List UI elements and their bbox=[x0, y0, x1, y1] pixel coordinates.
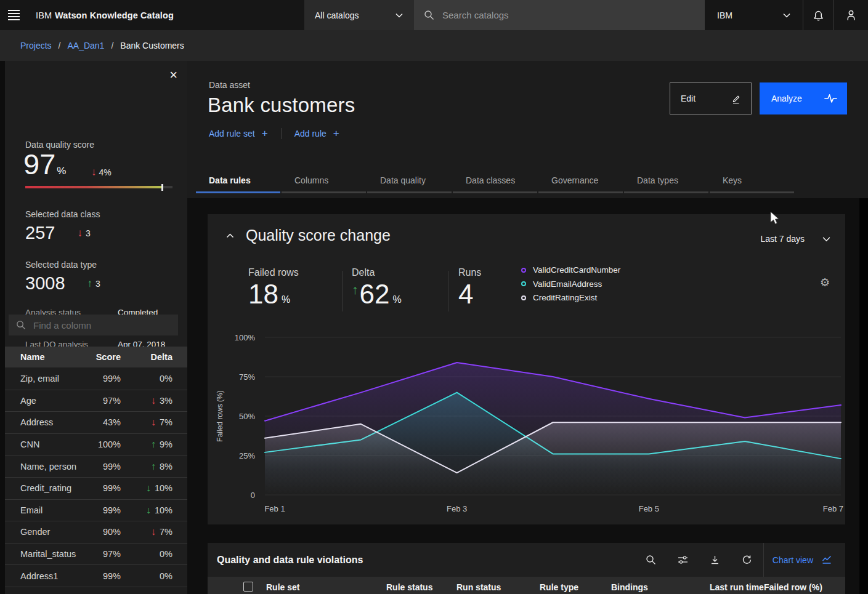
filter-icon bbox=[678, 555, 688, 565]
search-button[interactable] bbox=[635, 543, 667, 577]
column-row[interactable]: Email99%↓10% bbox=[5, 499, 187, 521]
pencil-icon bbox=[731, 94, 741, 104]
column-delta: ↓10% bbox=[121, 505, 172, 515]
column-score: 99% bbox=[78, 374, 121, 383]
column-search-input[interactable]: Find a colomn bbox=[9, 315, 178, 335]
catalog-selector[interactable]: All catalogs bbox=[304, 0, 414, 30]
tab-columns[interactable]: Columns bbox=[282, 171, 367, 193]
legend-item[interactable]: CreditRatingExist bbox=[521, 293, 620, 302]
mouse-cursor bbox=[770, 212, 780, 225]
column-row[interactable]: Age97%↓3% bbox=[5, 390, 187, 412]
svg-text:75%: 75% bbox=[239, 372, 255, 382]
column-row[interactable]: Name, person99%↑8% bbox=[5, 455, 187, 477]
column-delta: 0% bbox=[121, 549, 172, 559]
tab-data-types[interactable]: Data types bbox=[624, 171, 710, 193]
selected-data-type-metric: Selected data type 3008 ↑3 bbox=[25, 260, 100, 294]
arrow-down-icon: ↓ bbox=[151, 396, 156, 406]
column-row[interactable]: Marital_status97%0% bbox=[5, 543, 187, 565]
tab-governance[interactable]: Governance bbox=[538, 171, 624, 193]
chart-legend: ValidCreditCardNumberValidEmailAddressCr… bbox=[521, 265, 620, 302]
account-label: IBM bbox=[717, 10, 732, 20]
column-score: 97% bbox=[78, 396, 121, 406]
tab-underline bbox=[538, 191, 623, 193]
column-score: 99% bbox=[78, 571, 121, 581]
quality-score-card: Quality score change Last 7 days Failed … bbox=[208, 214, 845, 524]
add-rule-button[interactable]: Add rule+ bbox=[294, 127, 339, 140]
svg-text:50%: 50% bbox=[239, 412, 255, 421]
column-delta: 0% bbox=[121, 374, 172, 383]
column-name: Gender bbox=[20, 527, 78, 537]
legend-item[interactable]: ValidEmailAddress bbox=[521, 279, 620, 289]
column-row[interactable]: Address199%0% bbox=[5, 564, 187, 587]
svg-text:100%: 100% bbox=[235, 333, 256, 342]
app-title: IBM Watson Knowledge Catalog bbox=[36, 0, 174, 30]
quality-score-delta: ↓ 4% bbox=[91, 167, 112, 177]
restart-button[interactable] bbox=[731, 543, 763, 577]
analyze-button[interactable]: Analyze bbox=[760, 82, 847, 114]
selected-data-class-metric: Selected data class 257 ↓3 bbox=[25, 209, 100, 243]
column-delta: ↓7% bbox=[121, 527, 172, 537]
tab-keys[interactable]: Keys bbox=[710, 171, 795, 193]
notifications-button[interactable] bbox=[803, 0, 834, 30]
search-icon bbox=[16, 320, 26, 330]
chart-stats: Failed rows18%Delta↑62%Runs4 ValidCredit… bbox=[208, 261, 845, 319]
menu-button[interactable] bbox=[8, 8, 23, 22]
profile-button[interactable] bbox=[834, 0, 868, 30]
gear-icon[interactable]: ⚙ bbox=[820, 277, 830, 288]
user-icon bbox=[845, 9, 857, 21]
filter-button[interactable] bbox=[667, 543, 699, 577]
column-row[interactable]: Zip, email99%0% bbox=[5, 367, 187, 390]
tab-data-quality[interactable]: Data quality bbox=[367, 171, 453, 193]
column-row[interactable]: Credit_rating99%↓10% bbox=[5, 477, 187, 499]
collapse-chevron-icon[interactable] bbox=[226, 233, 234, 238]
chevron-down-icon bbox=[783, 13, 790, 18]
quality-score-value: 97 % bbox=[23, 147, 66, 181]
tab-underline bbox=[624, 191, 708, 193]
arrow-down-icon: ↓ bbox=[146, 483, 151, 493]
add-rule-set-button[interactable]: Add rule set+ bbox=[209, 127, 268, 140]
column-score: 97% bbox=[78, 549, 121, 559]
column-row[interactable]: Gender90%↓7% bbox=[5, 521, 187, 543]
edit-button[interactable]: Edit bbox=[670, 82, 752, 114]
violations-card: Quality and data rule violations Chart v… bbox=[208, 543, 845, 594]
svg-text:Feb 7: Feb 7 bbox=[823, 504, 843, 513]
asset-type-label: Data asset bbox=[209, 80, 250, 90]
legend-ring-icon bbox=[521, 295, 526, 300]
plus-icon: + bbox=[333, 127, 339, 140]
breadcrumb-item[interactable]: Projects bbox=[20, 41, 52, 50]
svg-text:Feb 1: Feb 1 bbox=[264, 504, 285, 513]
quality-score-bar bbox=[25, 186, 173, 188]
catalog-search[interactable]: Search catalogs bbox=[414, 0, 704, 30]
account-selector[interactable]: IBM bbox=[704, 0, 803, 30]
breadcrumb-item[interactable]: AA_Dan1 bbox=[67, 41, 104, 50]
column-row[interactable]: ↑ bbox=[5, 587, 187, 594]
app-window: IBM Watson Knowledge Catalog All catalog… bbox=[0, 0, 868, 594]
chart-view-button[interactable]: Chart view bbox=[764, 543, 845, 577]
divider bbox=[448, 271, 448, 311]
chart-title: Quality score change bbox=[246, 227, 391, 244]
chevron-down-icon bbox=[395, 13, 403, 18]
arrow-up-icon: ↑ bbox=[87, 278, 93, 289]
legend-ring-icon bbox=[521, 268, 526, 273]
column-score: 43% bbox=[78, 417, 121, 427]
tab-data-rules[interactable]: Data rules bbox=[196, 171, 282, 193]
column-name: Zip, email bbox=[20, 374, 78, 383]
quality-score-chart: 100%75%50%25%0Failed rows (%)Feb 1Feb 3F… bbox=[208, 325, 845, 517]
arrow-down-icon: ↓ bbox=[91, 167, 97, 177]
score-bar-tail bbox=[163, 186, 172, 188]
violations-title: Quality and data rule violations bbox=[217, 555, 363, 566]
close-icon[interactable]: × bbox=[169, 68, 177, 82]
select-all-checkbox[interactable] bbox=[243, 582, 253, 592]
breadcrumb-separator: / bbox=[111, 41, 113, 50]
top-header: IBM Watson Knowledge Catalog All catalog… bbox=[0, 0, 868, 30]
column-row[interactable]: Address43%↓7% bbox=[5, 411, 187, 433]
download-button[interactable] bbox=[699, 543, 731, 577]
catalog-selector-label: All catalogs bbox=[315, 10, 359, 20]
time-range-selector[interactable]: Last 7 days bbox=[760, 234, 830, 244]
tab-underline bbox=[453, 191, 537, 193]
column-row[interactable]: CNN100%↑9% bbox=[5, 433, 187, 456]
column-name: Credit_rating bbox=[20, 483, 78, 493]
tab-data-classes[interactable]: Data classes bbox=[453, 171, 538, 193]
legend-item[interactable]: ValidCreditCardNumber bbox=[521, 265, 620, 275]
column-name: Address1 bbox=[20, 571, 78, 581]
